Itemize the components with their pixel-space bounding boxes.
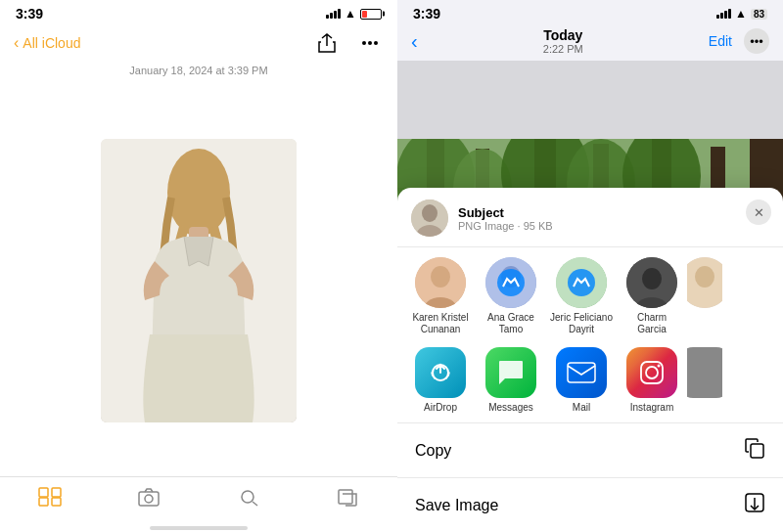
svg-point-0 — [368, 41, 372, 45]
more-button[interactable] — [356, 29, 384, 57]
svg-point-45 — [695, 266, 714, 288]
tab-camera[interactable] — [137, 487, 161, 507]
home-indicator — [150, 526, 248, 530]
save-image-label: Save Image — [415, 497, 498, 514]
svg-point-50 — [658, 365, 661, 368]
contact-name-charm: CharmGarcia — [637, 312, 667, 335]
right-signal-icon — [716, 9, 731, 19]
dress-photo — [101, 139, 297, 422]
svg-rect-51 — [751, 444, 763, 458]
tab-albums[interactable] — [336, 487, 359, 507]
contact-name-ana: Ana GraceTamo — [487, 312, 534, 335]
copy-action[interactable]: Copy — [397, 423, 783, 478]
right-nav-actions: Edit ••• — [709, 28, 769, 54]
contact-karen[interactable]: Karen KristelCunanan — [405, 257, 476, 335]
copy-label: Copy — [415, 442, 451, 460]
right-status-icons: ▲ 83 — [716, 7, 767, 21]
svg-rect-6 — [39, 488, 48, 497]
svg-point-49 — [646, 367, 658, 378]
back-button[interactable]: ‹ All iCloud — [14, 34, 80, 52]
svg-point-12 — [242, 491, 253, 503]
svg-point-42 — [642, 268, 662, 289]
copy-icon — [744, 437, 765, 464]
contact-name-karen: Karen KristelCunanan — [412, 312, 468, 335]
app-icon-airdrop — [415, 347, 466, 398]
gray-area — [397, 61, 783, 139]
right-time: 3:39 — [413, 6, 440, 22]
app-icon-messages — [485, 347, 536, 398]
right-nav: ‹ Today 2:22 PM Edit ••• — [397, 25, 783, 61]
right-back-button[interactable]: ‹ — [411, 30, 418, 53]
right-wifi-icon: ▲ — [735, 7, 747, 21]
app-messages[interactable]: Messages — [476, 347, 546, 413]
save-icon — [744, 492, 765, 518]
right-title: Today 2:22 PM — [543, 27, 583, 55]
share-header: Subject PNG Image · 95 KB ✕ — [397, 188, 783, 247]
svg-rect-13 — [339, 490, 352, 504]
svg-point-2 — [374, 41, 378, 45]
contact-name-jeric: Jeric FelicianoDayrit — [550, 312, 613, 335]
share-subject: Subject — [458, 205, 553, 220]
wifi-icon: ▲ — [345, 7, 356, 21]
svg-point-4 — [167, 149, 230, 237]
app-mail[interactable]: Mail — [546, 347, 617, 413]
svg-rect-47 — [568, 363, 595, 382]
contact-charm[interactable]: CharmGarcia — [617, 257, 687, 335]
share-button[interactable] — [313, 29, 341, 57]
save-image-action[interactable]: Save Image — [397, 478, 783, 532]
share-close-button[interactable]: ✕ — [746, 200, 771, 225]
app-icon-mail — [556, 347, 607, 398]
share-file-info: Subject PNG Image · 95 KB — [458, 205, 553, 232]
left-status-icons: ▲ — [326, 7, 382, 21]
signal-icon — [326, 9, 341, 19]
share-sheet: Subject PNG Image · 95 KB ✕ Karen Kriste… — [397, 188, 783, 532]
left-nav: ‹ All iCloud — [0, 25, 397, 63]
app-instagram[interactable]: Instagram — [617, 347, 687, 413]
share-meta: PNG Image · 95 KB — [458, 220, 553, 232]
apps-row: AirDrop Messages Mail — [397, 341, 783, 423]
left-time: 3:39 — [16, 6, 43, 22]
right-panel: 3:39 ▲ 83 ‹ Today 2:22 PM Edit ••• — [397, 0, 783, 532]
app-partial[interactable] — [687, 347, 722, 413]
app-airdrop[interactable]: AirDrop — [405, 347, 476, 413]
svg-rect-9 — [52, 498, 61, 506]
edit-button[interactable]: Edit — [709, 33, 732, 49]
left-status-bar: 3:39 ▲ — [0, 0, 397, 25]
share-avatar — [411, 200, 448, 237]
nav-actions — [313, 29, 384, 57]
battery-number: 83 — [751, 9, 767, 20]
contacts-row: Karen KristelCunanan Ana GraceTamo — [397, 247, 783, 341]
app-name-mail: Mail — [573, 402, 590, 413]
contact-jeric[interactable]: Jeric FelicianoDayrit — [546, 257, 617, 335]
contact-partial[interactable] — [687, 257, 722, 335]
app-icon-instagram — [626, 347, 677, 398]
svg-rect-10 — [139, 492, 159, 506]
contact-avatar-charm — [626, 257, 677, 308]
photo-date: January 18, 2024 at 3:39 PM — [0, 63, 397, 84]
right-status-bar: 3:39 ▲ 83 — [397, 0, 783, 25]
contact-avatar-karen — [415, 257, 466, 308]
tab-library[interactable] — [38, 487, 62, 507]
left-panel: 3:39 ▲ ‹ All iCloud — [0, 0, 397, 532]
contact-avatar-ana — [485, 257, 536, 308]
app-icon-partial — [687, 347, 722, 398]
right-title-main: Today — [543, 27, 583, 43]
svg-point-34 — [431, 266, 450, 288]
contact-ana[interactable]: Ana GraceTamo — [476, 257, 546, 335]
svg-rect-8 — [39, 498, 48, 506]
svg-point-31 — [422, 204, 438, 222]
app-name-instagram: Instagram — [630, 402, 673, 413]
more-options-button[interactable]: ••• — [744, 28, 769, 54]
chevron-left-icon: ‹ — [14, 34, 19, 52]
back-label: All iCloud — [23, 35, 80, 51]
battery-icon — [360, 9, 382, 20]
photo-container — [0, 84, 397, 476]
contact-avatar-jeric — [556, 257, 607, 308]
svg-rect-7 — [52, 488, 61, 497]
bottom-tabs — [0, 476, 397, 522]
right-title-sub: 2:22 PM — [543, 43, 583, 55]
tab-search[interactable] — [237, 487, 260, 507]
svg-point-1 — [362, 41, 366, 45]
app-name-messages: Messages — [488, 402, 533, 413]
app-name-airdrop: AirDrop — [424, 402, 457, 413]
